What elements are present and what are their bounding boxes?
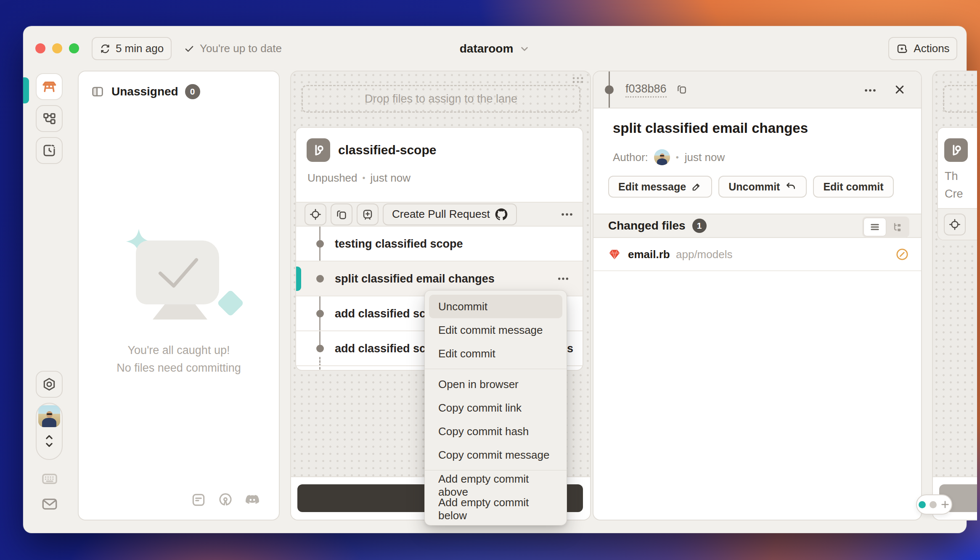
commit-details-panel: f038b86 split classified email changes A…	[593, 71, 922, 520]
empty-state-subtitle: No files need committing	[79, 362, 279, 375]
lane-next: Th Cre	[932, 71, 977, 520]
chevron-up-down-icon	[43, 432, 56, 450]
commit-row[interactable]: testing classified scope	[296, 227, 583, 262]
duplicate-branch-button[interactable]	[331, 203, 352, 225]
menu-item-copy-commit-hash[interactable]: Copy commit hash	[429, 420, 562, 443]
changed-files-header: Changed files 1	[593, 214, 921, 238]
lane-pager-dot[interactable]	[930, 501, 937, 508]
drag-handle-icon[interactable]	[571, 76, 585, 85]
sidebar-item-branches[interactable]	[36, 105, 63, 132]
commit-message: split classified email changes	[335, 272, 495, 285]
commit-message: add classified sc	[335, 342, 426, 355]
commit-details-header: f038b86	[593, 71, 921, 108]
dropzone-label: Drop files to assign to the lane	[365, 92, 517, 106]
project-switcher[interactable]: dataroom	[23, 37, 967, 60]
gear-icon	[42, 377, 57, 392]
user-menu[interactable]	[36, 403, 63, 460]
file-path: app/models	[676, 248, 732, 261]
next-branch-card[interactable]: Th Cre	[937, 127, 977, 240]
author-avatar	[654, 149, 670, 165]
menu-item-open-in-browser[interactable]: Open in browser	[429, 372, 562, 396]
edit-commit-button[interactable]: Edit commit	[813, 176, 893, 198]
actions-sparkle-icon	[896, 42, 908, 55]
menu-item-edit-commit-message[interactable]: Edit commit message	[429, 318, 562, 342]
menu-item-copy-commit-link[interactable]: Copy commit link	[429, 396, 562, 420]
create-pr-label: Create Pull Request	[392, 208, 490, 221]
desktop-wallpaper: 5 min ago You're up to date dataroom Act…	[0, 0, 980, 560]
actions-button[interactable]: Actions	[888, 37, 957, 60]
history-icon	[42, 143, 57, 158]
edit-commit-label: Edit commit	[823, 181, 883, 193]
next-branch-toolbar	[938, 208, 977, 240]
author-label: Author:	[613, 151, 648, 164]
commit-time: just now	[685, 151, 725, 164]
uncommit-button[interactable]: Uncommit	[718, 176, 807, 198]
details-kebab-icon[interactable]	[863, 83, 877, 98]
commit-dot	[316, 310, 324, 317]
branch-icon	[944, 138, 968, 162]
file-view-toggle	[862, 217, 909, 238]
commit-kebab-icon[interactable]	[556, 272, 570, 285]
modified-status-icon	[895, 247, 909, 262]
panel-footer-links	[191, 492, 260, 508]
changed-files-title: Changed files	[608, 219, 686, 232]
active-tab-indicator	[23, 77, 29, 103]
sidebar-item-workspace[interactable]	[36, 73, 63, 100]
menu-item-copy-commit-message[interactable]: Copy commit message	[429, 443, 562, 467]
commit-message-overflow: s	[567, 342, 573, 355]
target-commit-button[interactable]	[305, 203, 326, 225]
next-lane-dropzone[interactable]	[943, 85, 977, 113]
create-pull-request-button[interactable]: Create Pull Request	[383, 203, 517, 225]
discord-icon[interactable]	[244, 492, 260, 508]
monitor-stand	[153, 304, 207, 320]
add-lane-plus-icon[interactable]	[940, 500, 950, 509]
open-source-icon[interactable]	[217, 492, 233, 508]
lane-dropzone[interactable]: Drop files to assign to the lane	[302, 85, 580, 113]
edit-message-label: Edit message	[618, 181, 686, 193]
commit-context-menu: Uncommit Edit commit message Edit commit…	[424, 290, 567, 526]
unassigned-count-badge: 0	[185, 84, 200, 99]
branch-meta: Unpushed • just now	[307, 172, 411, 185]
menu-item-edit-commit[interactable]: Edit commit	[429, 342, 562, 365]
keyboard-shortcuts-button[interactable]	[41, 470, 58, 488]
branch-name[interactable]: classified-scope	[338, 143, 436, 157]
unassigned-panel: Unassigned 0 You're all caught up! No fi…	[78, 71, 280, 520]
chevron-down-icon	[519, 43, 530, 54]
empty-state-title: You're all caught up!	[79, 344, 279, 357]
copy-hash-icon[interactable]	[676, 83, 688, 95]
settings-button[interactable]	[36, 371, 63, 398]
list-view-button[interactable]	[863, 218, 886, 236]
meta-separator: •	[363, 173, 366, 183]
close-icon[interactable]	[893, 82, 907, 97]
sidebar-item-history[interactable]	[36, 137, 63, 164]
diamond-shape	[217, 289, 244, 317]
github-icon	[495, 208, 508, 221]
selected-commit-indicator	[296, 267, 301, 291]
menu-item-add-empty-commit-below[interactable]: Add empty commit below	[429, 497, 562, 521]
changed-file-row[interactable]: email.rb app/models	[593, 238, 921, 271]
edit-message-button[interactable]: Edit message	[608, 176, 712, 198]
app-window: 5 min ago You're up to date dataroom Act…	[23, 26, 967, 533]
file-name: email.rb	[628, 248, 670, 261]
mail-icon	[41, 495, 58, 513]
release-notes-icon[interactable]	[191, 492, 207, 508]
target-commit-button[interactable]	[944, 214, 966, 235]
menu-item-uncommit[interactable]: Uncommit	[429, 295, 562, 318]
branch-toolbar: Create Pull Request	[296, 202, 583, 227]
panel-split-icon	[90, 85, 105, 99]
commit-dot	[316, 345, 324, 352]
branch-state: Unpushed	[307, 172, 358, 185]
add-dependent-branch-button[interactable]	[357, 203, 379, 225]
tree-view-button[interactable]	[886, 218, 908, 236]
commit-dot	[316, 240, 324, 248]
menu-divider	[425, 470, 567, 470]
uncommit-label: Uncommit	[728, 181, 780, 193]
actions-label: Actions	[914, 42, 949, 55]
menu-item-add-empty-commit-above[interactable]: Add empty commit above	[429, 474, 562, 497]
next-branch-text-line2: Cre	[945, 188, 963, 201]
commit-hash[interactable]: f038b86	[625, 82, 667, 98]
lane-pager-dot-active[interactable]	[919, 501, 926, 508]
feedback-button[interactable]	[41, 495, 58, 513]
author-separator: •	[676, 153, 679, 162]
branch-kebab-icon[interactable]	[560, 207, 574, 222]
